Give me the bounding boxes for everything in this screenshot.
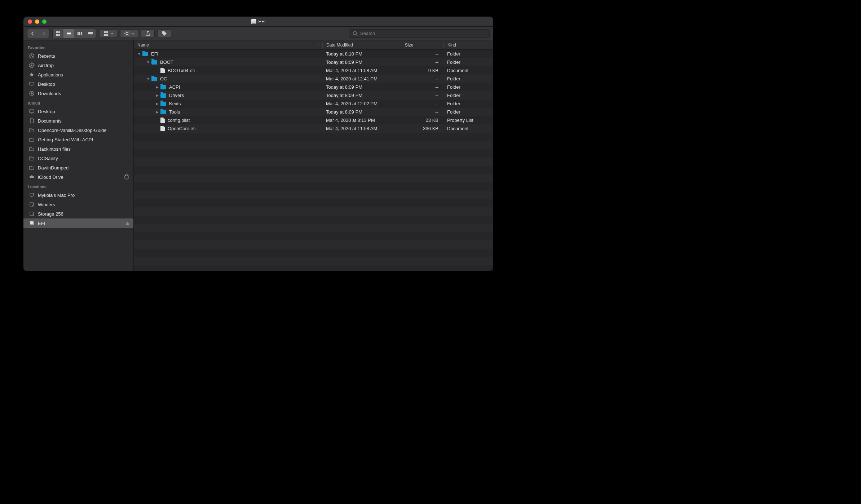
minimize-button[interactable] <box>35 19 39 24</box>
file-row[interactable]: ▶ToolsToday at 8:09 PM--Folder <box>134 108 493 116</box>
close-button[interactable] <box>28 19 32 24</box>
sidebar-item[interactable]: Desktop <box>23 79 133 89</box>
column-kind[interactable]: Kind <box>443 43 493 48</box>
column-name[interactable]: Name ⌃ <box>134 43 322 48</box>
svg-rect-10 <box>88 32 93 34</box>
disclosure-triangle-icon[interactable]: ▼ <box>137 52 141 56</box>
list-view-button[interactable] <box>63 29 74 38</box>
action-button[interactable] <box>120 29 138 38</box>
sidebar-item[interactable]: OCSanity <box>23 154 133 163</box>
file-row[interactable]: ▶ACPIToday at 8:09 PM--Folder <box>134 83 493 91</box>
svg-rect-26 <box>30 110 34 112</box>
share-button[interactable] <box>141 29 155 38</box>
sidebar-item-label: Winders <box>38 202 55 207</box>
sidebar-item[interactable]: Winders <box>23 200 133 209</box>
sidebar-item-label: Mykola's Mac Pro <box>38 193 75 198</box>
row-kind: Folder <box>443 51 493 57</box>
sidebar-item[interactable]: Storage 256 <box>23 209 133 218</box>
traffic-lights <box>28 19 47 24</box>
svg-rect-13 <box>91 35 92 35</box>
folder-icon <box>142 52 148 56</box>
sidebar-item[interactable]: Documents <box>23 116 133 125</box>
file-row[interactable]: ▶DriversToday at 8:09 PM--Folder <box>134 91 493 100</box>
column-size-label: Size <box>405 43 413 48</box>
back-button[interactable] <box>27 29 38 38</box>
disclosure-triangle-icon[interactable]: ▼ <box>146 60 150 64</box>
column-name-label: Name <box>137 43 149 48</box>
svg-rect-6 <box>67 35 71 35</box>
disclosure-triangle-icon[interactable]: ▼ <box>146 77 150 81</box>
maximize-button[interactable] <box>42 19 47 24</box>
sidebar-item[interactable]: Mykola's Mac Pro <box>23 190 133 200</box>
airdrop-icon <box>28 62 35 68</box>
svg-point-30 <box>32 205 33 206</box>
sidebar-item[interactable]: AirDrop <box>23 61 133 70</box>
search-field[interactable] <box>349 29 490 38</box>
disclosure-triangle-icon[interactable]: ▶ <box>155 102 159 106</box>
sidebar-item[interactable]: iCloud Drive <box>23 172 133 182</box>
sidebar-item[interactable]: Getting-Started-With-ACPI <box>23 135 133 144</box>
row-size: -- <box>401 59 443 65</box>
row-size: 9 KB <box>401 68 443 73</box>
icon-view-button[interactable] <box>53 29 63 38</box>
row-size: 23 KB <box>401 118 443 123</box>
column-size[interactable]: Size <box>401 43 443 48</box>
window-title: EFI <box>251 19 265 24</box>
sidebar-item[interactable]: EFI⏏ <box>23 218 133 228</box>
sidebar-item-label: Storage 256 <box>38 211 63 217</box>
row-date: Mar 4, 2020 at 12:41 PM <box>322 76 401 81</box>
gallery-view-button[interactable] <box>85 29 96 38</box>
svg-rect-7 <box>78 32 79 35</box>
search-input[interactable] <box>360 31 486 36</box>
file-row[interactable]: ▼OCMar 4, 2020 at 12:41 PM--Folder <box>134 75 493 83</box>
tags-button[interactable] <box>158 29 171 38</box>
file-row[interactable]: ▼EFIToday at 8:10 PM--Folder <box>134 50 493 58</box>
folder-icon <box>160 85 166 89</box>
svg-point-19 <box>353 31 357 35</box>
folder-icon <box>151 60 157 65</box>
group-button[interactable] <box>99 29 117 38</box>
row-name: ACPI <box>169 84 180 90</box>
sidebar-item[interactable]: Applications <box>23 70 133 79</box>
eject-icon[interactable]: ⏏ <box>125 221 129 226</box>
share-icon <box>145 31 151 36</box>
file-row[interactable]: ▼BOOTToday at 8:09 PM--Folder <box>134 58 493 66</box>
svg-rect-12 <box>90 35 91 35</box>
recents-icon <box>28 53 35 59</box>
row-size: -- <box>401 109 443 115</box>
folder-icon <box>160 110 166 114</box>
row-size: -- <box>401 93 443 98</box>
window-title-text: EFI <box>258 19 265 24</box>
svg-rect-9 <box>81 32 82 35</box>
row-date: Today at 8:10 PM <box>322 51 401 57</box>
file-row[interactable]: BOOTx64.efiMar 4, 2020 at 11:58 AM9 KBDo… <box>134 66 493 75</box>
file-row[interactable]: config.plistMar 4, 2020 at 8:13 PM23 KBP… <box>134 116 493 124</box>
content-area: Name ⌃ Date Modified Size Kind ▼EFIToday… <box>134 40 493 271</box>
sidebar-item[interactable]: Hackintosh files <box>23 144 133 154</box>
column-view-button[interactable] <box>74 29 85 38</box>
sidebar-item[interactable]: DawinDumped <box>23 163 133 172</box>
column-date[interactable]: Date Modified <box>322 43 401 48</box>
sidebar-item-label: Hackintosh files <box>38 146 71 152</box>
svg-rect-17 <box>106 34 108 36</box>
hdd-icon <box>28 211 35 217</box>
disclosure-triangle-icon[interactable]: ▶ <box>155 110 159 114</box>
column-headers: Name ⌃ Date Modified Size Kind <box>134 40 493 50</box>
file-row[interactable]: OpenCore.efiMar 4, 2020 at 11:58 AM336 K… <box>134 124 493 133</box>
sidebar-item[interactable]: Recents <box>23 51 133 61</box>
titlebar: EFI <box>23 17 493 27</box>
file-row[interactable]: ▶KextsMar 4, 2020 at 12:02 PM--Folder <box>134 100 493 108</box>
row-name: BOOT <box>160 59 173 65</box>
sidebar-item-label: Desktop <box>38 109 55 114</box>
sidebar-item[interactable]: Downloads <box>23 89 133 98</box>
row-name-cell: ▼EFI <box>134 51 322 57</box>
list-icon <box>66 31 72 36</box>
disclosure-triangle-icon[interactable]: ▶ <box>155 93 159 97</box>
column-date-label: Date Modified <box>326 43 353 48</box>
folder-icon <box>28 146 35 152</box>
disclosure-triangle-icon[interactable]: ▶ <box>155 85 159 89</box>
gear-icon <box>124 31 130 36</box>
sidebar-item[interactable]: Opencore-Vanilla-Desktop-Guide <box>23 125 133 135</box>
forward-button[interactable] <box>38 29 49 38</box>
sidebar-item[interactable]: Desktop <box>23 107 133 116</box>
